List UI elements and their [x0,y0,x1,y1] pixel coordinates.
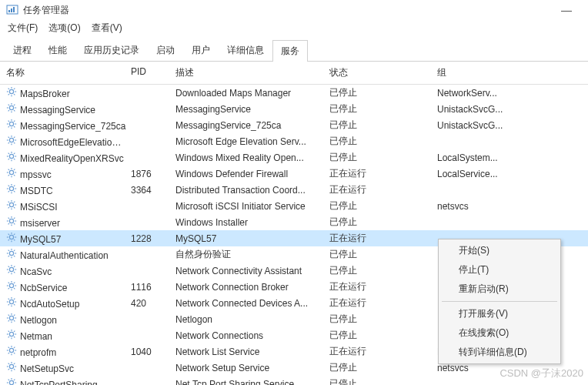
svg-line-111 [14,266,15,267]
tab-2[interactable]: 应用历史记录 [75,39,148,61]
service-name: Netman [20,331,52,342]
service-name: MSiSCSI [20,202,58,213]
menu-options[interactable]: 选项(O) [48,22,80,35]
service-status: 正在运行 [329,345,437,358]
minimize-button[interactable]: — [551,4,582,16]
svg-line-92 [8,239,9,240]
svg-line-20 [8,110,9,111]
svg-line-126 [8,299,9,300]
watermark: CSDN @子沫2020 [499,367,583,380]
svg-line-57 [14,169,15,170]
service-desc: Microsoft iSCSI Initiator Service [175,201,329,212]
service-name: MicrosoftEdgeElevationS... [20,137,131,148]
tab-0[interactable]: 进程 [5,39,40,61]
titlebar: 任务管理器 — [0,0,588,20]
svg-line-165 [14,363,15,364]
ctx-restart[interactable]: 重新启动(R) [440,280,559,299]
column-headers: 名称 PID 描述 状态 组 [0,62,588,85]
svg-point-4 [9,89,13,93]
svg-line-64 [14,191,15,192]
gear-icon [6,119,17,129]
service-pid: 1228 [131,233,175,244]
tab-4[interactable]: 用户 [183,39,219,61]
header-group[interactable]: 组 [437,66,545,79]
service-status: 正在运行 [329,296,437,310]
service-pid: 3364 [131,185,175,196]
header-status[interactable]: 状态 [329,66,437,79]
service-name: Netlogon [20,315,57,326]
svg-point-40 [9,154,13,158]
header-pid[interactable]: PID [131,66,175,79]
svg-point-49 [9,170,13,174]
ctx-search-online[interactable]: 在线搜索(O) [440,323,559,343]
ctx-separator [442,301,557,302]
svg-line-38 [8,142,9,143]
service-row[interactable]: MapsBrokerDownloaded Maps Manager已停止Netw… [0,85,588,101]
ctx-start[interactable]: 开始(S) [440,241,559,260]
service-row[interactable]: MessagingServiceMessagingService已停止Unist… [0,101,588,117]
svg-line-102 [14,250,15,251]
gear-icon [6,167,17,178]
svg-line-82 [14,223,15,224]
svg-point-139 [9,332,13,336]
service-row[interactable]: msiserverWindows Installer已停止 [0,214,588,230]
svg-line-19 [14,110,15,111]
gear-icon [6,313,17,323]
service-group: LocalService... [437,169,545,179]
service-row[interactable]: MicrosoftEdgeElevationS...Microsoft Edge… [0,133,588,149]
header-name[interactable]: 名称 [6,66,131,79]
window-title: 任务管理器 [23,4,69,17]
svg-line-138 [14,315,15,316]
service-desc: Windows Defender Firewall [175,169,329,179]
ctx-stop[interactable]: 停止(T) [440,260,559,280]
service-row[interactable]: MessagingService_725caMessagingService_7… [0,117,588,133]
svg-line-84 [14,218,15,219]
service-pid: 1040 [131,346,175,357]
service-row[interactable]: MixedRealityOpenXRSvcWindows Mixed Reali… [0,149,588,166]
context-menu: 开始(S) 停止(T) 重新启动(R) 打开服务(V) 在线搜索(O) 转到详细… [438,239,561,364]
svg-line-65 [8,191,9,192]
svg-line-110 [8,272,9,273]
service-desc: Network Setup Service [175,363,329,373]
svg-point-85 [9,235,13,239]
service-desc: MessagingService_725ca [175,120,329,131]
svg-line-171 [8,380,9,380]
service-desc: Windows Installer [175,217,329,228]
svg-rect-3 [13,7,15,12]
service-row[interactable]: MSiSCSIMicrosoft iSCSI Initiator Service… [0,198,588,214]
tab-6[interactable]: 服务 [272,40,308,62]
tab-3[interactable]: 启动 [148,39,183,61]
service-name: netprofm [20,347,56,358]
svg-line-135 [8,315,9,316]
service-status: 已停止 [329,329,437,342]
service-status: 正在运行 [329,167,437,180]
service-status: 已停止 [329,377,437,385]
svg-line-18 [8,105,9,105]
service-status: 已停止 [329,361,437,374]
header-desc[interactable]: 描述 [175,66,329,79]
svg-line-74 [8,207,9,208]
service-status: 已停止 [329,216,437,229]
service-name: MessagingService_725ca [20,121,125,132]
service-status: 已停止 [329,264,437,277]
service-row[interactable]: MSDTC3364Distributed Transaction Coord..… [0,182,588,198]
tab-1[interactable]: 性能 [40,39,75,61]
ctx-open-services[interactable]: 打开服务(V) [440,304,559,323]
svg-line-156 [14,347,15,348]
svg-point-94 [9,251,13,255]
service-status: 已停止 [329,199,437,213]
service-name: NetSetupSvc [20,363,74,374]
svg-line-81 [8,218,9,219]
service-status: 正在运行 [329,232,437,245]
ctx-goto-details[interactable]: 转到详细信息(D) [440,343,559,362]
tab-5[interactable]: 详细信息 [219,39,272,61]
svg-rect-2 [11,8,12,12]
menu-view[interactable]: 查看(V) [92,22,122,35]
svg-line-39 [14,137,15,138]
service-desc: Windows Mixed Reality Open... [175,152,329,163]
svg-line-45 [8,153,9,154]
service-row[interactable]: mpssvc1876Windows Defender Firewall正在运行L… [0,166,588,182]
svg-point-157 [9,364,13,368]
svg-line-119 [8,288,9,289]
menu-file[interactable]: 文件(F) [8,22,38,35]
